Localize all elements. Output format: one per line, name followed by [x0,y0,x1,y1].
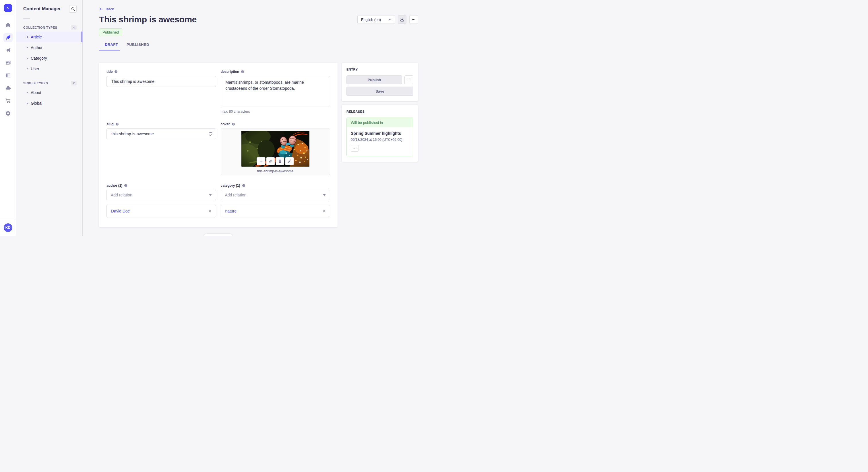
cover-filename: this-shrimp-is-awesome [257,169,293,173]
bullet-icon [27,47,28,48]
description-textarea[interactable]: Mantis shrimps, or stomatopods, are mari… [221,76,330,106]
category-relation-item: nature [221,205,330,217]
remove-relation-button[interactable] [208,209,212,213]
single-types-list: About Global [16,87,82,108]
layout-builder-icon[interactable] [3,71,12,80]
strapi-logo[interactable] [4,4,12,12]
globe-icon [114,70,118,73]
relation-link[interactable]: nature [225,209,237,213]
sidebar-item-label: User [31,67,39,71]
rail-divider [0,16,16,16]
sidebar-item-about[interactable]: About [16,87,82,98]
copy-link-button[interactable] [267,157,275,165]
relation-placeholder: Add relation [225,193,247,197]
settings-gear-icon[interactable] [3,109,12,118]
field-slug: slug [106,122,216,175]
globe-icon [115,123,119,126]
title-input[interactable] [106,76,216,87]
description-field-label: description [221,70,239,74]
collection-types-count: 4 [71,25,76,30]
bullet-icon [27,92,28,93]
media-actions [257,157,294,165]
collection-types-list: Article Author Category User [16,32,82,74]
rail-icon-list [3,20,12,118]
home-icon[interactable] [3,20,12,30]
rail-footer: KD [0,220,16,236]
right-sidebar: ENTRY Publish Save RELEASES Wil [342,63,418,162]
save-button[interactable]: Save [346,87,413,96]
globe-icon [241,70,244,73]
trash-icon [278,159,282,163]
tab-draft[interactable]: DRAFT [105,42,118,50]
sidebar-item-user[interactable]: User [16,63,82,74]
more-options-button[interactable] [409,15,418,24]
subnav-title: Content Manager [23,6,61,11]
relation-link[interactable]: David Doe [111,209,130,213]
releases-send-icon[interactable] [3,45,12,55]
description-hint: max. 80 characters [221,109,330,113]
main-content: Back This shrimp is awesome English (en) [83,0,434,236]
app-root: KD Content Manager COLLECTION TYPES 4 Ar… [0,0,434,236]
locale-select[interactable]: English (en) [358,15,395,24]
cart-icon[interactable] [3,96,12,105]
sidebar-item-category[interactable]: Category [16,53,82,63]
author-relation-select[interactable]: Add relation [106,190,216,200]
publish-button[interactable]: Publish [346,75,402,84]
status-badge: Published [99,28,122,36]
back-link[interactable]: Back [99,7,114,11]
cover-field-label: cover [221,122,230,126]
slug-input[interactable] [106,129,216,139]
version-tabs: DRAFT PUBLISHED [99,42,418,50]
globe-icon [231,123,235,126]
media-library-icon[interactable] [3,58,12,67]
download-button[interactable] [398,15,406,24]
field-author: author (1) Add relation [106,183,216,217]
user-avatar[interactable]: KD [4,224,12,232]
plus-icon [259,159,263,163]
release-name[interactable]: Spring Summer highlights [351,131,409,136]
content-manager-icon[interactable] [3,33,12,42]
slug-field-label: slug [106,122,114,126]
chevron-down-icon [209,194,212,196]
ellipsis-icon [407,78,411,82]
sidebar-item-label: Author [31,45,42,50]
sidebar-item-global[interactable]: Global [16,98,82,108]
bullet-icon [27,58,28,59]
release-date: 09/18/2024 at 16:00 (UTC+02:00) [351,138,409,142]
category-relation-select[interactable]: Add relation [221,190,330,200]
add-media-button[interactable] [257,157,266,165]
tab-published[interactable]: PUBLISHED [127,42,149,50]
regenerate-slug-button[interactable] [208,132,213,137]
back-label: Back [105,7,114,11]
search-icon [71,7,75,11]
edit-media-button[interactable] [285,157,294,165]
release-more-button[interactable] [351,145,359,152]
arrow-left-icon [99,7,103,11]
single-types-count: 2 [71,81,76,86]
single-types-label: SINGLE TYPES [23,81,48,85]
close-icon [322,209,326,213]
title-field-label: title [106,70,113,74]
content-manager-subnav: Content Manager COLLECTION TYPES 4 Artic… [16,0,83,236]
chevron-down-icon [323,194,326,196]
floating-widget[interactable] [204,234,232,236]
entry-more-button[interactable] [404,75,413,84]
sidebar-item-label: Article [31,35,42,39]
field-category: category (1) Add relation [221,183,330,217]
strapi-logo-icon [5,5,11,11]
field-description: description Mantis shrimps, or stomatopo… [221,70,330,113]
sidebar-item-label: About [31,90,41,95]
pencil-icon [288,159,291,163]
bullet-icon [27,103,28,104]
relation-placeholder: Add relation [111,193,132,197]
releases-panel: RELEASES Will be published in Spring Sum… [342,105,418,162]
sidebar-item-author[interactable]: Author [16,42,82,53]
search-button[interactable] [69,5,76,12]
sidebar-item-label: Category [31,56,47,61]
cloud-icon[interactable] [3,83,12,93]
sidebar-item-article[interactable]: Article [16,32,82,42]
link-icon [269,159,273,163]
delete-media-button[interactable] [276,157,284,165]
remove-relation-button[interactable] [322,209,326,213]
close-icon [208,209,212,213]
